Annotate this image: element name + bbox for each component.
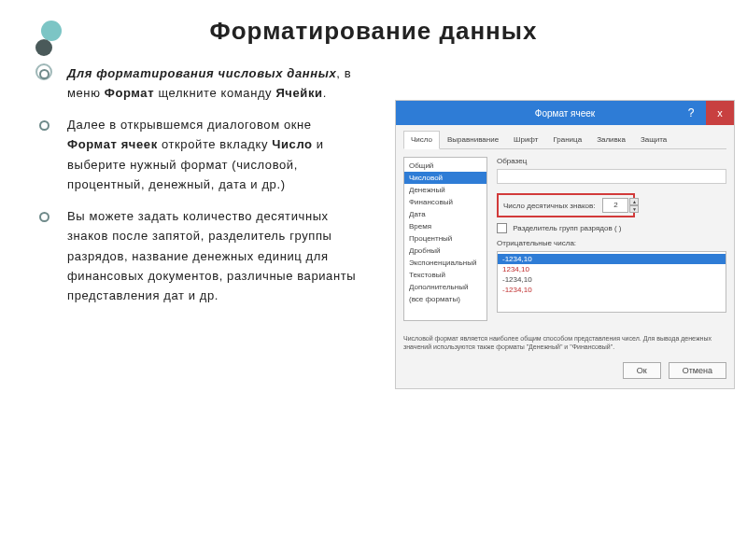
sample-label: Образец [497,157,726,165]
thousands-separator-label: Разделитель групп разрядов ( ) [513,224,621,232]
category-item[interactable]: Текстовый [404,269,486,281]
dialog-title: Формат ячеек [535,108,595,119]
cancel-button[interactable]: Отмена [669,362,726,379]
tab-number[interactable]: Число [403,131,440,149]
bullet-1: Для форматирования числовых данных, в ме… [56,63,364,104]
category-item[interactable]: Финансовый [404,196,486,208]
category-item[interactable]: (все форматы) [404,293,486,305]
category-item[interactable]: Время [404,220,486,232]
slide-title: Форматирование данных [0,17,747,46]
spinner-up-icon[interactable]: ▲ [629,198,639,205]
decimal-places-label: Число десятичных знаков: [503,202,595,210]
neg-item[interactable]: -1234,10 [498,254,726,264]
negative-numbers-label: Отрицательные числа: [497,239,726,247]
category-item[interactable]: Общий [404,160,486,172]
neg-item[interactable]: -1234,10 [498,285,726,295]
tab-fill[interactable]: Заливка [589,131,633,148]
tab-font[interactable]: Шрифт [506,131,545,148]
format-cells-dialog: Формат ячеек ? x Число Выравнивание Шриф… [396,101,734,388]
dialog-titlebar: Формат ячеек ? x [396,101,734,125]
ok-button[interactable]: Ок [623,362,661,379]
category-item[interactable]: Дополнительный [404,281,486,293]
spinner-down-icon[interactable]: ▼ [629,205,639,213]
tab-protection[interactable]: Защита [633,131,674,148]
category-item[interactable]: Экспоненциальный [404,257,486,269]
bullet-3: Вы можете задать количество десятичных з… [56,206,364,306]
category-item[interactable]: Денежный [404,184,486,196]
negative-numbers-list[interactable]: -1234,10 1234,10 -1234,10 -1234,10 [497,251,726,313]
category-item[interactable]: Дробный [404,245,486,257]
decimal-places-input[interactable]: 2 ▲ ▼ [602,198,628,213]
neg-item[interactable]: -1234,10 [498,274,726,285]
tab-border[interactable]: Граница [545,131,589,148]
body-text: Для форматирования числовых данных, в ме… [56,63,364,317]
thousands-separator-checkbox[interactable]: Разделитель групп разрядов ( ) [497,223,726,233]
neg-item[interactable]: 1234,10 [498,264,726,274]
category-list[interactable]: Общий Числовой Денежный Финансовый Дата … [403,157,487,321]
decimal-places-group: Число десятичных знаков: 2 ▲ ▼ [497,193,635,217]
checkbox-icon [497,223,507,233]
close-button[interactable]: x [706,101,734,125]
sample-box [497,169,726,184]
tab-strip: Число Выравнивание Шрифт Граница Заливка… [403,131,726,149]
tab-alignment[interactable]: Выравнивание [440,131,506,148]
bullet-2: Далее в открывшемся диалоговом окне Форм… [56,115,364,195]
category-item[interactable]: Числовой [404,172,486,184]
category-item[interactable]: Дата [404,208,486,220]
help-button[interactable]: ? [680,101,702,125]
category-item[interactable]: Процентный [404,232,486,245]
format-description: Числовой формат является наиболее общим … [403,334,726,351]
